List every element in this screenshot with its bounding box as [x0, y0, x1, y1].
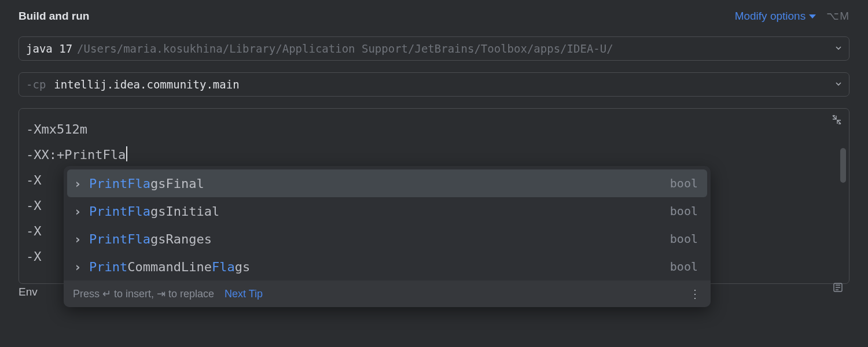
chevron-down-icon[interactable]: [834, 78, 843, 91]
autocomplete-item-type: bool: [670, 204, 698, 218]
autocomplete-item-label: PrintFlagsRanges: [89, 232, 212, 246]
jdk-selector[interactable]: java 17 /Users/maria.kosukhina/Library/A…: [19, 36, 849, 61]
shortcut-hint: ⌥M: [826, 9, 849, 23]
classpath-selector[interactable]: -cp intellij.idea.community.main: [19, 72, 849, 97]
autocomplete-item-type: bool: [670, 176, 698, 190]
chevron-down-icon: [809, 14, 816, 19]
autocomplete-item[interactable]: › PrintFlagsInitial bool: [67, 197, 707, 225]
jdk-path: /Users/maria.kosukhina/Library/Applicati…: [77, 42, 613, 55]
vm-option-line: -XX:+PrintFla: [26, 142, 822, 168]
autocomplete-item-label: PrintFlagsFinal: [89, 176, 204, 191]
vm-option-line: -Xmx512m: [26, 117, 822, 142]
chevron-right-icon: ›: [72, 204, 83, 219]
section-title: Build and run: [19, 10, 89, 23]
autocomplete-item[interactable]: › PrintFlagsRanges bool: [67, 225, 707, 253]
autocomplete-popup: › PrintFlagsFinal bool › PrintFlagsIniti…: [64, 166, 711, 307]
popup-insert-hint: Press ↵ to insert, ⇥ to replace: [73, 287, 214, 300]
autocomplete-item-type: bool: [670, 260, 698, 274]
scrollbar-thumb[interactable]: [840, 148, 846, 183]
chevron-right-icon: ›: [72, 260, 83, 274]
chevron-right-icon: ›: [72, 232, 83, 246]
text-caret: [126, 146, 127, 161]
env-label-peek: Env: [19, 286, 38, 298]
modify-options-link[interactable]: Modify options: [735, 10, 816, 23]
autocomplete-item-type: bool: [670, 232, 698, 246]
collapse-icon[interactable]: [830, 113, 843, 126]
more-menu-icon[interactable]: ⋮: [689, 287, 701, 301]
chevron-down-icon[interactable]: [834, 42, 843, 55]
expand-icon[interactable]: [832, 282, 844, 296]
autocomplete-item-label: PrintCommandLineFlags: [89, 260, 250, 274]
autocomplete-item-label: PrintFlagsInitial: [89, 204, 219, 219]
modify-options-label: Modify options: [735, 10, 806, 23]
chevron-right-icon: ›: [72, 176, 83, 191]
autocomplete-item[interactable]: › PrintFlagsFinal bool: [67, 169, 707, 197]
classpath-flag: -cp: [26, 78, 46, 91]
jdk-version: java 17: [26, 42, 72, 55]
autocomplete-item[interactable]: › PrintCommandLineFlags bool: [67, 253, 707, 280]
next-tip-link[interactable]: Next Tip: [225, 288, 263, 300]
classpath-value: intellij.idea.community.main: [54, 78, 239, 91]
